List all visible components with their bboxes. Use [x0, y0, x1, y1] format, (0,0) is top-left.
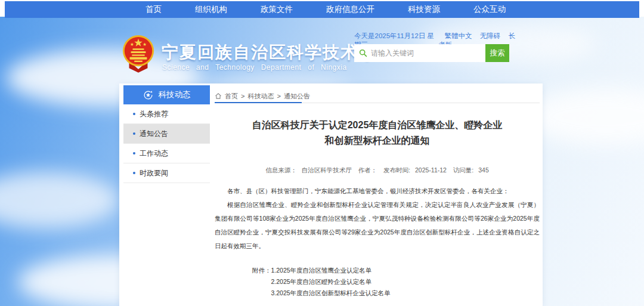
meta-source-label: 信息来源： [265, 166, 297, 174]
nav-item-home[interactable]: 首页 [145, 4, 162, 15]
meta-visits-label: 访问量: [453, 166, 473, 174]
link-traditional-chinese[interactable]: 繁體中文 [445, 32, 472, 39]
sidebar-item-label: 时政要闻 [140, 168, 168, 178]
nav-item-public-interaction[interactable]: 公众互动 [473, 4, 506, 15]
meta-visits-value: 345 [478, 166, 489, 174]
search-bar: 搜索 [354, 44, 509, 62]
meta-author-label: 作者： [358, 166, 377, 174]
bullet-dot-icon [133, 172, 135, 174]
breadcrumb-home[interactable]: 首页 [225, 92, 238, 101]
search-icon [359, 49, 367, 57]
search-input[interactable] [371, 49, 481, 57]
meta-source-value: 自治区科学技术厅 [302, 166, 352, 174]
top-navigation: 首页 组织机构 政策文件 政府信息公开 科技资源 公众互动 [5, 1, 639, 18]
national-emblem-logo [121, 33, 156, 75]
attachments-label: 附件： [252, 265, 271, 299]
article-title: 自治区科技厅关于认定2025年度自治区雏鹰企业、瞪羚企业 和创新型标杆企业的通知 [215, 118, 540, 149]
article-title-line2: 和创新型标杆企业的通知 [215, 133, 540, 149]
nav-item-organization[interactable]: 组织机构 [195, 4, 227, 15]
sidebar-item-work-updates[interactable]: 工作动态 [123, 144, 210, 163]
sidebar: 科技动态 头条推荐 通知公告 工作动态 时政要闻 [123, 85, 210, 183]
nav-item-gov-info-disclosure[interactable]: 政府信息公开 [326, 4, 374, 15]
attachment-link-1[interactable]: 1.2025年度自治区雏鹰企业认定名单 [271, 265, 391, 276]
nav-item-tech-resources[interactable]: 科技资源 [408, 4, 440, 15]
breadcrumb-accent-bar [215, 102, 302, 103]
content-panel: 科技动态 头条推荐 通知公告 工作动态 时政要闻 [119, 84, 543, 306]
breadcrumb-notices[interactable]: 通知公告 [284, 92, 310, 101]
search-button[interactable]: 搜索 [485, 44, 509, 62]
attachments-list: 1.2025年度自治区雏鹰企业认定名单 2.2025年度自治区瞪羚企业认定名单 … [271, 265, 391, 299]
breadcrumb-tech-news[interactable]: 科技动态 [247, 92, 274, 101]
meta-publish-date: 2025-11-12 [415, 166, 447, 174]
site-subtitle: Science and Technology Department of Nin… [162, 63, 347, 72]
attachment-link-2[interactable]: 2.2025年度自治区瞪羚企业认定名单 [271, 276, 391, 288]
nav-item-policy-documents[interactable]: 政策文件 [261, 4, 293, 15]
page: 首页 组织机构 政策文件 政府信息公开 科技资源 公众互动 宁夏回族自治区科学技… [0, 0, 644, 306]
attachments-block: 附件： 1.2025年度自治区雏鹰企业认定名单 2.2025年度自治区瞪羚企业认… [252, 265, 540, 299]
cloud-shape [525, 88, 644, 145]
article-title-line1: 自治区科技厅关于认定2025年度自治区雏鹰企业、瞪羚企业 [215, 118, 540, 133]
breadcrumb-separator: > [241, 92, 244, 100]
article-body: 各市、县（区）科技管理部门，宁东能源化工基地管委会，银川经济技术开发区管委会，各… [215, 184, 540, 253]
link-accessibility[interactable]: 无障碍 [480, 32, 501, 39]
breadcrumb: 首页 > 科技动态 > 通知公告 [215, 84, 540, 102]
sidebar-item-label: 头条推荐 [140, 109, 168, 119]
article-area: 首页 > 科技动态 > 通知公告 自治区科技厅关于认定2025年度自治区雏鹰企业… [215, 84, 540, 299]
sidebar-item-label: 通知公告 [140, 129, 168, 139]
article-meta: 信息来源：自治区科学技术厅 作者： 发布时间:2025-11-12 访问量:34… [215, 166, 540, 175]
bullet-dot-icon [133, 132, 135, 135]
sidebar-item-headlines[interactable]: 头条推荐 [123, 104, 210, 124]
bullet-dot-icon [133, 152, 135, 154]
attachment-link-3[interactable]: 3.2025年度自治区创新型标杆企业认定名单 [271, 288, 391, 299]
meta-publish-label: 发布时间: [383, 166, 410, 174]
sidebar-item-political-news[interactable]: 时政要闻 [123, 163, 210, 183]
sidebar-item-notices[interactable]: 通知公告 [123, 124, 210, 144]
breadcrumb-divider [215, 102, 540, 103]
article-paragraph: 各市、县（区）科技管理部门，宁东能源化工基地管委会，银川经济技术开发区管委会，各… [215, 184, 540, 198]
sidebar-header: 科技动态 [123, 85, 210, 104]
bullet-dot-icon [133, 113, 135, 115]
site-title: 宁夏回族自治区科学技术厅 [162, 41, 376, 64]
star-circle-icon [143, 90, 153, 100]
sidebar-title: 科技动态 [159, 89, 191, 100]
sidebar-item-label: 工作动态 [140, 149, 168, 159]
home-icon[interactable] [215, 92, 222, 100]
cloud-shape [0, 172, 119, 228]
breadcrumb-separator: > [277, 92, 280, 100]
article-paragraph: 根据自治区雏鹰企业、瞪羚企业和创新型标杆企业认定管理有关规定，决定认定半亩良人农… [215, 198, 540, 253]
search-input-wrap [354, 44, 485, 62]
